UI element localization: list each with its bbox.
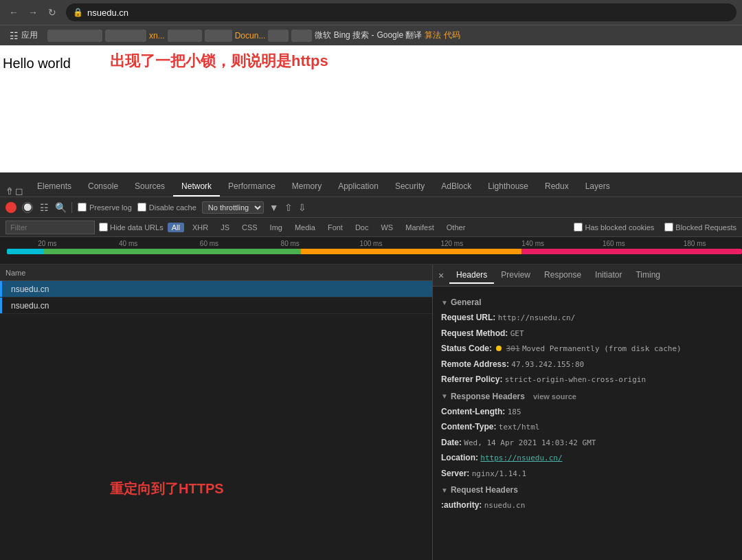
tab-memory[interactable]: Memory bbox=[284, 177, 330, 197]
timeline-gradient bbox=[7, 249, 742, 254]
details-tab-bar: × Headers Preview Response Initiator Tim… bbox=[433, 265, 742, 287]
tab-sources[interactable]: Sources bbox=[126, 177, 173, 197]
filter-js-btn[interactable]: JS bbox=[216, 223, 234, 232]
timeline-100ms: 100 ms bbox=[330, 240, 412, 247]
code-bookmark[interactable]: 代码 bbox=[444, 30, 460, 41]
bookmark-7[interactable] bbox=[268, 30, 289, 42]
nav-buttons: ← → ↻ bbox=[5, 4, 60, 21]
detail-tab-timing[interactable]: Timing bbox=[629, 267, 667, 284]
apps-bookmark[interactable]: ☷ 应用 bbox=[5, 28, 42, 43]
filter-button[interactable]: ☷ bbox=[38, 202, 49, 213]
lock-icon: 🔒 bbox=[73, 8, 83, 17]
filter-other-btn[interactable]: Other bbox=[442, 223, 470, 232]
address-bar[interactable]: 🔒 nsuedu.cn bbox=[66, 3, 737, 21]
bookmark-1[interactable] bbox=[47, 30, 102, 42]
timeline-180ms: 180 ms bbox=[654, 240, 735, 247]
timeline-120ms: 120 ms bbox=[412, 240, 493, 247]
stop-button[interactable]: ⚪ bbox=[22, 202, 33, 213]
filter-media-btn[interactable]: Media bbox=[291, 223, 319, 232]
download-button[interactable]: ⇩ bbox=[298, 202, 306, 213]
algo-bookmark[interactable]: 算法 bbox=[425, 30, 441, 41]
detail-tab-preview[interactable]: Preview bbox=[494, 267, 537, 284]
general-section-header: ▼ General bbox=[441, 298, 734, 307]
https-annotation: 出现了一把小锁，则说明是https bbox=[110, 51, 328, 71]
tab-network[interactable]: Network bbox=[173, 177, 220, 197]
filter-all-btn[interactable]: All bbox=[168, 223, 184, 232]
location-value: https://nsuedu.cn/ bbox=[480, 453, 562, 462]
network-list: Name nsuedu.cn nsuedu.cn bbox=[0, 265, 433, 560]
date-row: Date: Wed, 14 Apr 2021 14:03:42 GMT bbox=[441, 436, 734, 449]
network-toolbar: ⚪ ☷ 🔍 Preserve log Disable cache No thro… bbox=[0, 197, 742, 218]
network-row-2[interactable]: nsuedu.cn bbox=[0, 298, 432, 314]
timeline-bar: 20 ms 40 ms 60 ms 80 ms 100 ms 120 ms 14… bbox=[0, 237, 742, 265]
devtools-cursor-icon[interactable]: ⇮ bbox=[5, 186, 14, 197]
detail-tab-initiator[interactable]: Initiator bbox=[588, 267, 629, 284]
search-button[interactable]: 🔍 bbox=[55, 202, 66, 213]
timeline-40ms: 40 ms bbox=[88, 240, 169, 247]
network-list-header: Name bbox=[0, 265, 432, 281]
bookmark-6[interactable]: Docun... bbox=[235, 31, 266, 41]
detail-tab-headers[interactable]: Headers bbox=[449, 267, 494, 284]
authority-row: :authority: nsuedu.cn bbox=[441, 499, 734, 512]
tab-security[interactable]: Security bbox=[387, 177, 433, 197]
throttle-select[interactable]: No throttling bbox=[202, 201, 264, 214]
tab-lighthouse[interactable]: Lighthouse bbox=[480, 177, 537, 197]
bookmark-5[interactable] bbox=[205, 30, 232, 42]
request-headers-arrow: ▼ bbox=[441, 486, 448, 494]
remote-address-row: Remote Address: 47.93.242.155:80 bbox=[441, 358, 734, 371]
bookmark-2[interactable] bbox=[105, 30, 146, 42]
tab-application[interactable]: Application bbox=[330, 177, 387, 197]
blocked-requests-label[interactable]: Blocked Requests bbox=[664, 223, 737, 232]
filter-img-btn[interactable]: Img bbox=[266, 223, 286, 232]
record-button[interactable] bbox=[5, 202, 16, 213]
timeline-20ms: 20 ms bbox=[7, 240, 88, 247]
url-text: nsuedu.cn bbox=[87, 8, 128, 18]
filter-input[interactable] bbox=[5, 221, 95, 234]
content-length-row: Content-Length: 185 bbox=[441, 405, 734, 418]
tab-performance[interactable]: Performance bbox=[220, 177, 284, 197]
tab-console[interactable]: Console bbox=[80, 177, 126, 197]
view-source-link[interactable]: view source bbox=[533, 392, 576, 401]
has-blocked-label[interactable]: Has blocked cookies bbox=[574, 223, 654, 232]
filter-xhr-btn[interactable]: XHR bbox=[188, 223, 212, 232]
reload-button[interactable]: ↻ bbox=[44, 4, 60, 21]
server-row: Server: nginx/1.14.1 bbox=[441, 467, 734, 480]
filter-css-btn[interactable]: CSS bbox=[238, 223, 262, 232]
upload-button[interactable]: ⇧ bbox=[284, 202, 293, 213]
forward-button[interactable]: → bbox=[25, 4, 41, 21]
bookmarks-bar: ☷ 应用 xn... Docun... 微软 Bing 搜索 - Google … bbox=[0, 25, 742, 45]
filter-doc-btn[interactable]: Doc bbox=[351, 223, 373, 232]
status-code-row: Status Code: 301 Moved Permanently (from… bbox=[441, 342, 734, 355]
tab-adblock[interactable]: AdBlock bbox=[433, 177, 480, 197]
timeline-80ms: 80 ms bbox=[249, 240, 330, 247]
bing-bookmark[interactable]: 微软 Bing 搜索 - bbox=[315, 30, 374, 41]
filter-font-btn[interactable]: Font bbox=[324, 223, 347, 232]
redirect-annotation: 重定向到了HTTPS bbox=[110, 480, 224, 498]
back-button[interactable]: ← bbox=[5, 4, 22, 21]
tab-redux[interactable]: Redux bbox=[537, 177, 577, 197]
tab-layers[interactable]: Layers bbox=[577, 177, 618, 197]
filter-manifest-btn[interactable]: Manifest bbox=[401, 223, 438, 232]
throttle-arrow: ▼ bbox=[269, 202, 279, 213]
request-headers-section-header: ▼ Request Headers bbox=[441, 485, 734, 495]
details-close-button[interactable]: × bbox=[436, 270, 447, 281]
bookmark-3[interactable]: xn... bbox=[149, 31, 165, 41]
bookmark-8[interactable] bbox=[291, 30, 312, 42]
blocked-cookies-area: Has blocked cookies Blocked Requests bbox=[574, 223, 737, 232]
browser-toolbar: ← → ↻ 🔒 nsuedu.cn bbox=[0, 0, 742, 25]
disable-cache-checkbox[interactable]: Disable cache bbox=[137, 203, 196, 212]
tab-elements[interactable]: Elements bbox=[29, 177, 80, 197]
hello-world-text: Hello world bbox=[0, 56, 71, 71]
devtools-device-icon[interactable]: ◻ bbox=[15, 186, 23, 197]
network-row-name-2: nsuedu.cn bbox=[5, 301, 49, 311]
request-method-row: Request Method: GET bbox=[441, 327, 734, 340]
hide-data-urls-checkbox[interactable]: Hide data URLs bbox=[99, 223, 164, 232]
google-translate-bookmark[interactable]: Google 翻译 bbox=[376, 30, 422, 41]
filter-ws-btn[interactable]: WS bbox=[376, 223, 397, 232]
detail-tab-response[interactable]: Response bbox=[537, 267, 588, 284]
bookmark-4[interactable] bbox=[168, 30, 202, 42]
network-row-selected[interactable]: nsuedu.cn bbox=[0, 281, 432, 298]
row-indicator bbox=[0, 281, 2, 297]
filter-bar: Hide data URLs All XHR JS CSS Img Media … bbox=[0, 218, 742, 237]
preserve-log-checkbox[interactable]: Preserve log bbox=[78, 203, 132, 212]
